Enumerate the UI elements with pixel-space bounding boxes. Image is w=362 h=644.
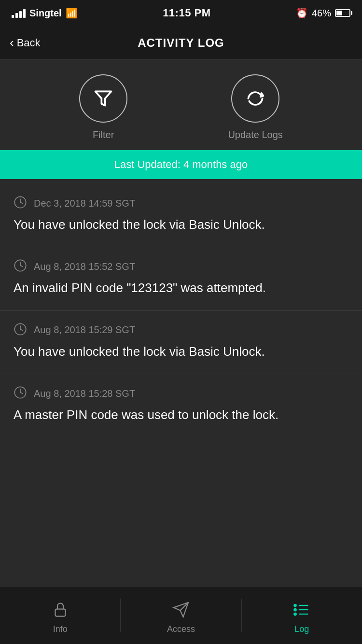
svg-marker-0 <box>96 91 111 105</box>
status-left: Singtel 📶 <box>12 7 78 19</box>
log-timestamp: Dec 3, 2018 14:59 SGT <box>34 198 135 209</box>
clock-icon <box>14 259 27 274</box>
update-logs-circle <box>231 74 279 123</box>
log-message: You have unlocked the lock via Basic Unl… <box>14 343 348 360</box>
send-icon <box>172 601 190 620</box>
log-item: Dec 3, 2018 14:59 SGT You have unlocked … <box>0 184 362 247</box>
last-updated-banner: Last Updated: 4 months ago <box>0 150 362 179</box>
svg-point-13 <box>294 613 297 616</box>
status-right: ⏰ 46% <box>296 7 350 19</box>
battery-percent: 46% <box>312 8 331 19</box>
tab-log-label: Log <box>294 624 309 634</box>
tab-bar: Info Access Log <box>0 586 362 644</box>
tab-info-label: Info <box>53 624 68 634</box>
filter-circle <box>79 74 127 123</box>
tab-log[interactable]: Log <box>242 596 362 634</box>
log-timestamp-row: Dec 3, 2018 14:59 SGT <box>14 196 348 211</box>
lock-icon <box>52 601 69 620</box>
svg-point-11 <box>294 604 297 607</box>
filter-label: Filter <box>93 129 114 140</box>
log-timestamp: Aug 8, 2018 15:28 SGT <box>34 388 135 399</box>
tab-access[interactable]: Access <box>121 596 241 634</box>
nav-bar: ‹ Back ACTIVITY LOG <box>0 26 362 60</box>
back-button[interactable]: ‹ Back <box>10 35 41 50</box>
log-timestamp-row: Aug 8, 2018 15:28 SGT <box>14 386 348 401</box>
page-title: ACTIVITY LOG <box>138 36 224 50</box>
log-timestamp: Aug 8, 2018 15:29 SGT <box>34 324 135 336</box>
list-icon <box>293 601 310 620</box>
tab-access-label: Access <box>167 624 195 634</box>
svg-rect-5 <box>55 609 65 616</box>
log-list: Dec 3, 2018 14:59 SGT You have unlocked … <box>0 179 362 442</box>
clock-icon <box>14 386 27 401</box>
log-message: You have unlocked the lock via Basic Unl… <box>14 216 348 233</box>
alarm-icon: ⏰ <box>296 7 308 19</box>
update-logs-button[interactable]: Update Logs <box>228 74 282 140</box>
status-bar: Singtel 📶 11:15 PM ⏰ 46% <box>0 0 362 26</box>
clock-icon <box>14 322 27 338</box>
svg-point-12 <box>294 609 297 611</box>
main-content: Filter Update Logs Last Updated: 4 month… <box>0 60 362 500</box>
log-item: Aug 8, 2018 15:28 SGT A master PIN code … <box>0 374 362 437</box>
log-timestamp-row: Aug 8, 2018 15:29 SGT <box>14 322 348 338</box>
log-message: An invalid PIN code "123123" was attempt… <box>14 279 348 296</box>
filter-icon <box>93 88 114 109</box>
wifi-icon: 📶 <box>66 7 78 19</box>
log-item: Aug 8, 2018 15:29 SGT You have unlocked … <box>0 311 362 374</box>
back-chevron-icon: ‹ <box>10 35 14 50</box>
log-timestamp-row: Aug 8, 2018 15:52 SGT <box>14 259 348 274</box>
back-label: Back <box>17 37 41 49</box>
actions-area: Filter Update Logs <box>0 60 362 150</box>
log-item: Aug 8, 2018 15:52 SGT An invalid PIN cod… <box>0 247 362 310</box>
status-time: 11:15 PM <box>163 7 210 19</box>
log-timestamp: Aug 8, 2018 15:52 SGT <box>34 261 135 272</box>
last-updated-text: Last Updated: 4 months ago <box>114 158 248 171</box>
signal-bars-icon <box>12 8 26 18</box>
refresh-icon <box>245 88 266 109</box>
carrier-name: Singtel <box>29 8 62 19</box>
filter-button[interactable]: Filter <box>79 74 127 140</box>
clock-icon <box>14 196 27 211</box>
log-message: A master PIN code was used to unlock the… <box>14 406 348 423</box>
tab-info[interactable]: Info <box>0 596 120 634</box>
battery-icon <box>335 9 350 17</box>
update-logs-label: Update Logs <box>228 129 282 140</box>
